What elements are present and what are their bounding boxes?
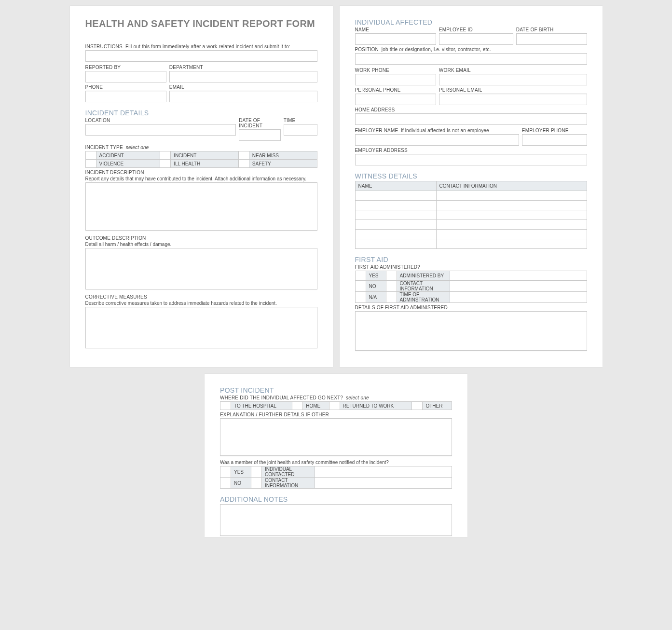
table-row[interactable] — [355, 220, 587, 230]
time-input[interactable] — [284, 124, 317, 136]
comm-ind-input[interactable] — [315, 466, 452, 478]
comm-no-check[interactable] — [220, 478, 231, 489]
type-accident-label: ACCIDENT — [96, 151, 160, 160]
incident-desc-input[interactable] — [85, 182, 317, 231]
dob-label: DATE OF BIRTH — [516, 27, 587, 32]
incident-details-heading: INCIDENT DETAILS — [85, 109, 317, 117]
work-email-input[interactable] — [439, 74, 587, 85]
instructions-input[interactable] — [85, 50, 317, 62]
fa-time-input[interactable] — [450, 292, 587, 303]
fa-no-label: NO — [366, 281, 386, 292]
fa-yes-check[interactable] — [355, 271, 366, 281]
where-hospital-label: TO THE HOSPITAL — [231, 402, 292, 410]
table-row[interactable] — [355, 230, 587, 239]
table-row[interactable] — [355, 191, 587, 201]
email-input[interactable] — [169, 91, 317, 102]
fa-na-check[interactable] — [355, 292, 366, 303]
table-row[interactable] — [355, 239, 587, 249]
outcome-sub: Detail all harm / health effects / damag… — [85, 242, 317, 247]
employer-address-input[interactable] — [355, 154, 587, 165]
fa-time-label: TIME OF ADMINSTRATION — [397, 292, 450, 303]
comm-contact-check[interactable] — [251, 478, 262, 489]
date-label: DATE OF INCIDENT — [239, 118, 281, 128]
page-1: HEALTH AND SAFETY INCIDENT REPORT FORM I… — [70, 6, 333, 367]
location-label: LOCATION — [85, 118, 236, 123]
fa-na-label: N/A — [366, 292, 386, 303]
firstaid-heading: FIRST AID — [355, 256, 587, 263]
firstaid-table: YES ADMINISTERED BY NO CONTACT INFORMATI… — [355, 271, 587, 303]
type-violence-check[interactable] — [85, 160, 96, 168]
type-illhealth-check[interactable] — [160, 160, 171, 168]
personal-phone-input[interactable] — [355, 94, 436, 105]
email-label: EMAIL — [169, 84, 317, 90]
post-explain-input[interactable] — [220, 418, 452, 456]
home-address-label: HOME ADDRESS — [355, 107, 587, 112]
comm-ind-label: INDIVIDUAL CONTACTED — [262, 466, 315, 478]
individual-heading: INDIVIDUAL AFFECTED — [355, 18, 587, 26]
notes-heading: ADDITIONAL NOTES — [220, 495, 452, 503]
fa-contact-check[interactable] — [386, 281, 397, 292]
witness-table: NAME CONTACT INFORMATION — [355, 181, 587, 249]
time-label: TIME — [284, 118, 317, 123]
dob-input[interactable] — [516, 33, 587, 45]
phone-label: PHONE — [85, 84, 166, 90]
type-violence-label: VIOLENCE — [96, 160, 160, 168]
incident-type-table: ACCIDENT INCIDENT NEAR MISS VIOLENCE ILL… — [85, 151, 317, 168]
where-returned-check[interactable] — [329, 402, 340, 410]
post-heading: POST INCIDENT — [220, 386, 452, 394]
comm-contact-input[interactable] — [315, 478, 452, 489]
fa-contact-label: CONTACT INFORMATION — [397, 281, 450, 292]
corrective-input[interactable] — [85, 307, 317, 348]
employer-phone-input[interactable] — [522, 134, 587, 146]
fa-details-input[interactable] — [355, 311, 587, 351]
reported-by-input[interactable] — [85, 71, 166, 82]
personal-email-input[interactable] — [439, 94, 587, 105]
fa-adminby-check[interactable] — [386, 271, 397, 281]
comm-ind-check[interactable] — [251, 466, 262, 478]
date-input[interactable] — [239, 129, 281, 141]
work-phone-label: WORK PHONE — [355, 68, 436, 73]
type-incident-label: INCIDENT — [171, 151, 239, 160]
position-input[interactable] — [355, 53, 587, 65]
where-hospital-check[interactable] — [220, 402, 231, 410]
employer-phone-label: EMPLOYER PHONE — [522, 128, 587, 133]
firstaid-question: FIRST AID ADMINISTERED? — [355, 264, 587, 270]
type-nearmiss-check[interactable] — [238, 151, 249, 160]
work-phone-input[interactable] — [355, 74, 436, 85]
comm-no-label: NO — [231, 478, 251, 489]
personal-phone-label: PERSONAL PHONE — [355, 87, 436, 93]
outcome-input[interactable] — [85, 248, 317, 289]
corrective-label: CORRECTIVE MEASURES — [85, 294, 317, 300]
incident-type-label: INCIDENT TYPE select one — [85, 145, 317, 150]
ind-name-label: NAME — [355, 27, 436, 32]
employer-name-input[interactable] — [355, 134, 519, 146]
where-other-check[interactable] — [412, 402, 423, 410]
fa-yes-label: YES — [366, 271, 386, 281]
department-input[interactable] — [169, 71, 317, 82]
work-email-label: WORK EMAIL — [439, 68, 587, 73]
incident-desc-label: INCIDENT DESCRIPTION — [85, 170, 317, 175]
post-explain-label: EXPLANATION / FURTHER DETAILS IF OTHER — [220, 412, 452, 417]
comm-yes-check[interactable] — [220, 466, 231, 478]
fa-contact-input[interactable] — [450, 281, 587, 292]
type-incident-check[interactable] — [160, 151, 171, 160]
type-safety-check[interactable] — [238, 160, 249, 168]
home-address-input[interactable] — [355, 113, 587, 125]
notes-input[interactable] — [220, 504, 452, 536]
outcome-label: OUTCOME DESCRIPTION — [85, 235, 317, 241]
type-accident-check[interactable] — [85, 151, 96, 160]
employee-id-input[interactable] — [439, 33, 513, 45]
table-row[interactable] — [355, 210, 587, 220]
where-home-check[interactable] — [292, 402, 303, 410]
fa-no-check[interactable] — [355, 281, 366, 292]
phone-input[interactable] — [85, 91, 166, 102]
location-input[interactable] — [85, 124, 236, 136]
fa-details-label: DETAILS OF FIRST AID ADMINISTERED — [355, 305, 587, 310]
fa-time-check[interactable] — [386, 292, 397, 303]
comm-yes-label: YES — [231, 466, 251, 478]
fa-adminby-input[interactable] — [450, 271, 587, 281]
ind-name-input[interactable] — [355, 33, 436, 45]
post-where-table: TO THE HOSPITAL HOME RETURNED TO WORK OT… — [220, 401, 452, 410]
employee-id-label: EMPLOYEE ID — [439, 27, 513, 32]
table-row[interactable] — [355, 201, 587, 210]
